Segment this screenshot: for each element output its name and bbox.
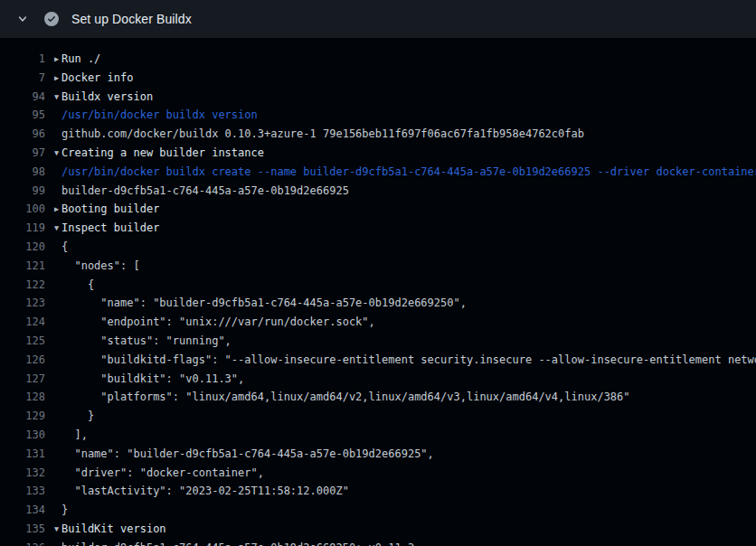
log-line: 98/usr/bin/docker buildx create --name b… (0, 163, 756, 182)
log-viewer: 1▶Run ./7▶Docker info94▼Buildx version95… (0, 38, 756, 546)
output-text: builder-d9cfb5a1-c764-445a-a57e-0b19d2e6… (61, 539, 414, 546)
log-line: 133 "lastActivity": "2023-02-25T11:58:12… (0, 482, 756, 501)
group-title[interactable]: Buildx version (61, 88, 153, 107)
line-number[interactable]: 121 (0, 257, 45, 276)
line-number[interactable]: 126 (0, 351, 45, 370)
output-text: "platforms": "linux/amd64,linux/amd64/v2… (61, 388, 630, 407)
group-title[interactable]: BuildKit version (61, 520, 166, 539)
output-text: "driver": "docker-container", (61, 464, 264, 483)
line-number[interactable]: 7 (0, 69, 45, 88)
line-number[interactable]: 129 (0, 407, 45, 426)
log-line: 134} (0, 501, 756, 520)
line-number[interactable]: 120 (0, 238, 45, 257)
log-line: 94▼Buildx version (0, 88, 756, 107)
log-line: 132 "driver": "docker-container", (0, 464, 756, 483)
chevron-down-icon[interactable] (16, 13, 29, 25)
line-number[interactable]: 97 (0, 144, 45, 163)
group-title[interactable]: Inspect builder (61, 219, 159, 238)
caret-down-icon[interactable]: ▼ (52, 520, 61, 539)
line-number[interactable]: 133 (0, 482, 45, 501)
group-title[interactable]: Run ./ (61, 50, 100, 69)
caret-right-icon[interactable]: ▶ (52, 69, 61, 88)
line-number[interactable]: 132 (0, 464, 45, 483)
log-line: 121 "nodes": [ (0, 257, 756, 276)
output-text: "lastActivity": "2023-02-25T11:58:12.000… (61, 482, 349, 501)
log-line: 136builder-d9cfb5a1-c764-445a-a57e-0b19d… (0, 539, 756, 546)
caret-right-icon[interactable]: ▶ (52, 50, 61, 69)
output-text: "buildkit": "v0.11.3", (61, 370, 244, 389)
log-line: 122 { (0, 276, 756, 295)
output-text: } (61, 407, 94, 426)
log-line: 135▼BuildKit version (0, 520, 756, 539)
log-line: 131 "name": "builder-d9cfb5a1-c764-445a-… (0, 445, 756, 464)
line-number[interactable]: 122 (0, 276, 45, 295)
caret-down-icon[interactable]: ▼ (52, 88, 61, 107)
output-text: } (61, 501, 68, 520)
command-text: /usr/bin/docker buildx create --name bui… (61, 163, 756, 182)
caret-right-icon[interactable]: ▶ (52, 200, 61, 219)
log-line: 7▶Docker info (0, 69, 756, 88)
line-number[interactable]: 98 (0, 163, 45, 182)
line-number[interactable]: 123 (0, 294, 45, 313)
step-header[interactable]: Set up Docker Buildx (0, 0, 756, 38)
line-number[interactable]: 131 (0, 445, 45, 464)
line-number[interactable]: 96 (0, 125, 45, 144)
log-line: 119▼Inspect builder (0, 219, 756, 238)
log-line: 96github.com/docker/buildx 0.10.3+azure-… (0, 125, 756, 144)
caret-down-icon[interactable]: ▼ (52, 219, 61, 238)
log-line: 123 "name": "builder-d9cfb5a1-c764-445a-… (0, 294, 756, 313)
output-text: { (61, 276, 94, 295)
output-text: "status": "running", (61, 332, 232, 351)
output-text: { (61, 238, 68, 257)
log-line: 126 "buildkitd-flags": "--allow-insecure… (0, 351, 756, 370)
command-text: /usr/bin/docker buildx version (61, 106, 258, 125)
log-line: 130 ], (0, 426, 756, 445)
output-text: ], (61, 426, 88, 445)
line-number[interactable]: 130 (0, 426, 45, 445)
output-text: "nodes": [ (61, 257, 140, 276)
line-number[interactable]: 128 (0, 388, 45, 407)
line-number[interactable]: 94 (0, 88, 45, 107)
output-text: "name": "builder-d9cfb5a1-c764-445a-a57e… (61, 445, 434, 464)
check-circle-icon (44, 12, 59, 26)
log-line: 1▶Run ./ (0, 50, 756, 69)
output-text: "endpoint": "unix:///var/run/docker.sock… (61, 313, 375, 332)
output-text: "buildkitd-flags": "--allow-insecure-ent… (61, 351, 756, 370)
output-text: "name": "builder-d9cfb5a1-c764-445a-a57e… (61, 294, 467, 313)
line-number[interactable]: 127 (0, 370, 45, 389)
line-number[interactable]: 125 (0, 332, 45, 351)
log-line: 128 "platforms": "linux/amd64,linux/amd6… (0, 388, 756, 407)
line-number[interactable]: 99 (0, 182, 45, 201)
line-number[interactable]: 134 (0, 501, 45, 520)
group-title[interactable]: Docker info (61, 69, 133, 88)
log-line: 120{ (0, 238, 756, 257)
line-number[interactable]: 119 (0, 219, 45, 238)
step-title: Set up Docker Buildx (71, 12, 192, 26)
line-number[interactable]: 100 (0, 200, 45, 219)
log-line: 100▶Booting builder (0, 200, 756, 219)
group-title[interactable]: Booting builder (61, 200, 159, 219)
log-line: 99builder-d9cfb5a1-c764-445a-a57e-0b19d2… (0, 182, 756, 201)
log-line: 124 "endpoint": "unix:///var/run/docker.… (0, 313, 756, 332)
group-title[interactable]: Creating a new builder instance (61, 144, 264, 163)
log-line: 127 "buildkit": "v0.11.3", (0, 370, 756, 389)
log-line: 125 "status": "running", (0, 332, 756, 351)
output-text: builder-d9cfb5a1-c764-445a-a57e-0b19d2e6… (61, 182, 349, 201)
log-line: 97▼Creating a new builder instance (0, 144, 756, 163)
log-line: 95/usr/bin/docker buildx version (0, 106, 756, 125)
line-number[interactable]: 95 (0, 106, 45, 125)
log-line: 129 } (0, 407, 756, 426)
caret-down-icon[interactable]: ▼ (52, 144, 61, 163)
line-number[interactable]: 136 (0, 539, 45, 546)
output-text: github.com/docker/buildx 0.10.3+azure-1 … (61, 125, 584, 144)
line-number[interactable]: 1 (0, 50, 45, 69)
line-number[interactable]: 135 (0, 520, 45, 539)
line-number[interactable]: 124 (0, 313, 45, 332)
